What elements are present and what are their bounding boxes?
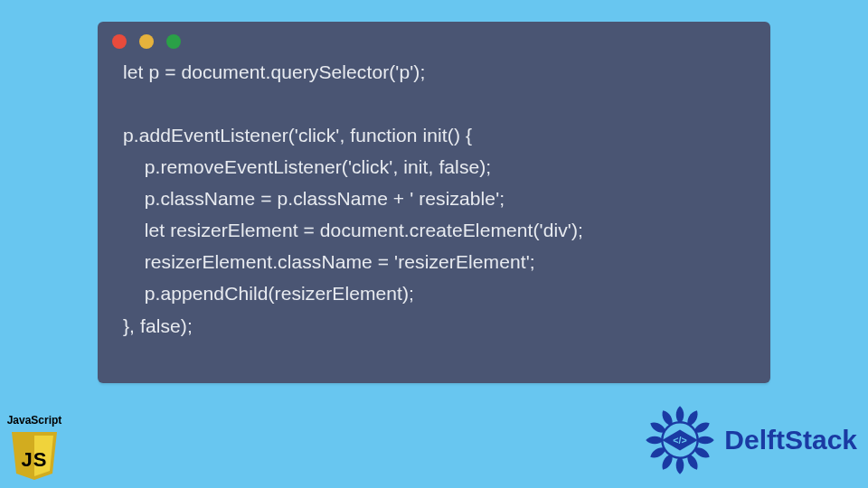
brand-logo-icon: </> (643, 403, 717, 477)
brand-glyph: </> (674, 435, 687, 446)
brand: </> DelftStack (643, 403, 857, 477)
zoom-icon (166, 34, 181, 49)
close-icon (112, 34, 127, 49)
minimize-icon (139, 34, 154, 49)
js-shield-icon: JS (9, 430, 60, 481)
window-titlebar (98, 22, 770, 56)
code-block: let p = document.querySelector('p'); p.a… (98, 56, 770, 351)
slide-canvas: let p = document.querySelector('p'); p.a… (0, 0, 868, 488)
code-window: let p = document.querySelector('p'); p.a… (98, 22, 770, 383)
badge-mono: JS (9, 448, 60, 472)
brand-name: DelftStack (724, 425, 857, 455)
badge-label: JavaScript (4, 414, 65, 427)
javascript-badge: JavaScript JS (4, 414, 65, 481)
